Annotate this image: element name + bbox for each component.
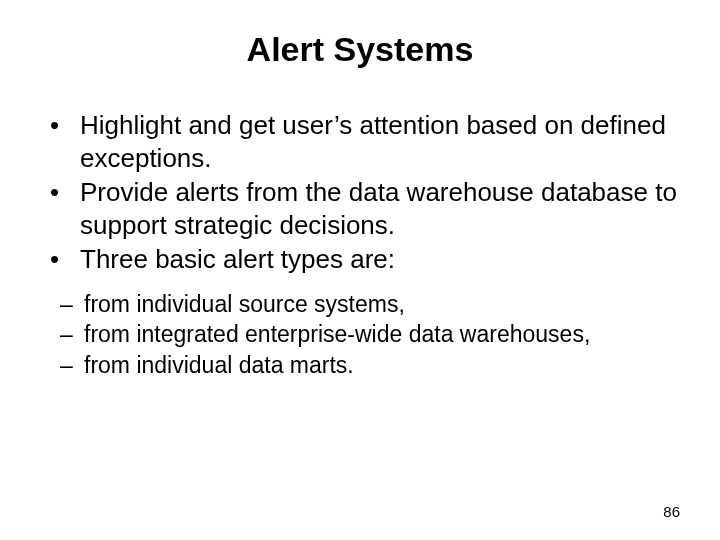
bullet-item: Three basic alert types are:	[50, 243, 690, 276]
bullet-item: Provide alerts from the data warehouse d…	[50, 176, 690, 241]
slide-title: Alert Systems	[30, 30, 690, 69]
sub-bullet-item: from integrated enterprise-wide data war…	[60, 320, 690, 349]
sub-bullet-item: from individual data marts.	[60, 351, 690, 380]
sub-bullet-item: from individual source systems,	[60, 290, 690, 319]
sub-bullet-list: from individual source systems, from int…	[30, 290, 690, 380]
bullet-item: Highlight and get user’s attention based…	[50, 109, 690, 174]
page-number: 86	[663, 503, 680, 520]
bullet-list: Highlight and get user’s attention based…	[30, 109, 690, 276]
